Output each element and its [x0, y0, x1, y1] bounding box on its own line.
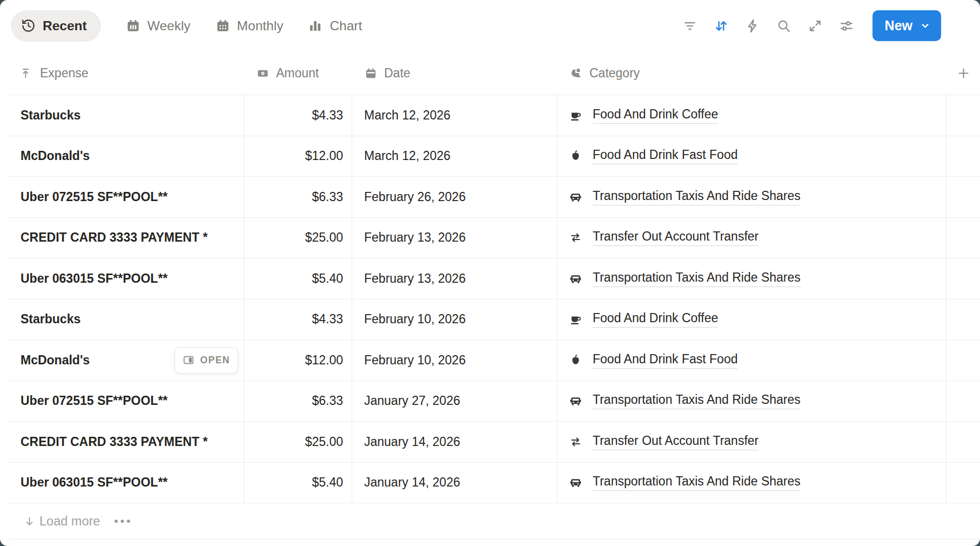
- row-trailing-space: [947, 463, 980, 503]
- calendar-icon: [365, 67, 377, 79]
- category-cell[interactable]: Transportation Taxis And Ride Shares: [558, 258, 947, 299]
- expand-icon[interactable]: [808, 18, 823, 34]
- chevron-down-icon[interactable]: [919, 20, 931, 31]
- expense-cell[interactable]: Starbucks: [8, 95, 244, 136]
- amount-cell[interactable]: $5.40: [244, 463, 352, 503]
- table-row[interactable]: Uber 072515 SF**POOL**$6.33January 27, 2…: [8, 381, 980, 422]
- category-cell[interactable]: Transfer Out Account Transfer: [558, 422, 947, 462]
- amount-value: $5.40: [312, 271, 343, 286]
- more-options-button[interactable]: •••: [114, 515, 132, 528]
- expense-cell[interactable]: Uber 063015 SF**POOL**: [8, 463, 244, 503]
- table-row[interactable]: Uber 063015 SF**POOL**$5.40January 14, 2…: [8, 462, 980, 503]
- column-header-date[interactable]: Date: [352, 66, 558, 81]
- expense-cell[interactable]: Starbucks: [8, 299, 244, 340]
- category-link[interactable]: Transfer Out Account Transfer: [593, 229, 759, 246]
- category-link[interactable]: Food And Drink Fast Food: [593, 352, 737, 369]
- date-value: January 27, 2026: [364, 394, 460, 408]
- date-value: March 12, 2026: [364, 149, 451, 163]
- category-cell[interactable]: Food And Drink Fast Food: [558, 136, 947, 177]
- date-cell[interactable]: January 14, 2026: [352, 422, 558, 462]
- expense-cell[interactable]: McDonald's: [8, 136, 244, 177]
- expense-cell[interactable]: CREDIT CARD 3333 PAYMENT *: [8, 218, 244, 258]
- filter-icon[interactable]: [682, 18, 697, 34]
- category-cell[interactable]: Transfer Out Account Transfer: [558, 218, 947, 258]
- expense-cell[interactable]: Uber 072515 SF**POOL**: [8, 177, 244, 217]
- category-link[interactable]: Transportation Taxis And Ride Shares: [593, 189, 801, 205]
- date-cell[interactable]: March 12, 2026: [352, 136, 558, 177]
- expense-name: Uber 063015 SF**POOL**: [21, 271, 167, 286]
- new-button[interactable]: New: [872, 10, 941, 41]
- amount-cell[interactable]: $12.00: [244, 340, 352, 381]
- table-row[interactable]: CREDIT CARD 3333 PAYMENT *$25.00January …: [8, 421, 980, 462]
- lightning-icon[interactable]: [745, 18, 760, 34]
- column-header-expense[interactable]: Expense: [8, 66, 244, 81]
- amount-cell[interactable]: $12.00: [244, 136, 352, 177]
- category-cell[interactable]: Transportation Taxis And Ride Shares: [558, 177, 947, 217]
- sliders-icon[interactable]: [839, 18, 854, 34]
- table-row[interactable]: Uber 063015 SF**POOL**$5.40February 13, …: [8, 258, 980, 299]
- category-cell[interactable]: Transportation Taxis And Ride Shares: [558, 463, 947, 503]
- open-row-button[interactable]: OPEN: [174, 347, 238, 374]
- category-link[interactable]: Transfer Out Account Transfer: [593, 434, 759, 450]
- car-icon: [569, 272, 582, 285]
- date-cell[interactable]: February 26, 2026: [352, 177, 558, 217]
- table-row[interactable]: Starbucks$4.33February 10, 2026Food And …: [8, 299, 980, 340]
- expense-cell[interactable]: Uber 063015 SF**POOL**: [8, 258, 244, 299]
- column-header-category[interactable]: Category: [558, 66, 947, 81]
- history-icon: [21, 18, 36, 33]
- tab-monthly[interactable]: Monthly: [216, 18, 284, 34]
- amount-value: $4.33: [312, 312, 343, 327]
- add-column-button[interactable]: [956, 66, 971, 81]
- category-cell[interactable]: Food And Drink Coffee: [558, 95, 947, 136]
- amount-value: $4.33: [312, 108, 343, 123]
- amount-cell[interactable]: $4.33: [244, 95, 352, 136]
- amount-cell[interactable]: $6.33: [244, 381, 352, 422]
- date-cell[interactable]: January 27, 2026: [352, 381, 558, 422]
- date-cell[interactable]: March 12, 2026: [352, 95, 558, 136]
- date-cell[interactable]: February 13, 2026: [352, 258, 558, 299]
- amount-value: $12.00: [305, 353, 343, 368]
- load-more-button[interactable]: Load more: [23, 514, 100, 529]
- table-row[interactable]: Uber 072515 SF**POOL**$6.33February 26, …: [8, 176, 980, 217]
- category-link[interactable]: Transportation Taxis And Ride Shares: [593, 270, 801, 287]
- amount-value: $25.00: [305, 435, 343, 449]
- amount-cell[interactable]: $25.00: [244, 422, 352, 462]
- tab-recent[interactable]: Recent: [11, 10, 101, 42]
- amount-cell[interactable]: $6.33: [244, 177, 352, 217]
- amount-cell[interactable]: $25.00: [244, 218, 352, 258]
- date-value: February 13, 2026: [364, 230, 466, 245]
- sort-icon[interactable]: [714, 18, 729, 34]
- expense-name: CREDIT CARD 3333 PAYMENT *: [21, 230, 207, 245]
- column-header-label: Expense: [40, 66, 89, 81]
- category-cell[interactable]: Transportation Taxis And Ride Shares: [558, 381, 947, 422]
- date-cell[interactable]: February 10, 2026: [352, 299, 558, 340]
- category-link[interactable]: Transportation Taxis And Ride Shares: [593, 392, 801, 409]
- date-cell[interactable]: February 13, 2026: [352, 218, 558, 258]
- expense-cell[interactable]: Uber 072515 SF**POOL**: [8, 381, 244, 422]
- table-row[interactable]: McDonald's$12.00March 12, 2026Food And D…: [8, 136, 980, 177]
- tab-weekly[interactable]: Weekly: [126, 18, 191, 34]
- table-row[interactable]: McDonald'sOPEN$12.00February 10, 2026Foo…: [8, 339, 980, 381]
- expense-name: Starbucks: [21, 108, 80, 123]
- date-cell[interactable]: January 14, 2026: [352, 463, 558, 503]
- search-icon[interactable]: [776, 18, 791, 34]
- table-row[interactable]: CREDIT CARD 3333 PAYMENT *$25.00February…: [8, 217, 980, 258]
- date-cell[interactable]: February 10, 2026: [352, 340, 558, 381]
- date-value: March 12, 2026: [364, 108, 451, 123]
- amount-cell[interactable]: $4.33: [244, 299, 352, 340]
- expense-cell[interactable]: CREDIT CARD 3333 PAYMENT *: [8, 422, 244, 462]
- row-trailing-space: [947, 177, 980, 217]
- expense-name: Starbucks: [21, 312, 80, 327]
- amount-value: $6.33: [312, 190, 343, 204]
- column-header-amount[interactable]: Amount: [244, 66, 352, 81]
- category-cell[interactable]: Food And Drink Coffee: [558, 299, 947, 340]
- category-cell[interactable]: Food And Drink Fast Food: [558, 340, 947, 381]
- expense-cell[interactable]: McDonald'sOPEN: [8, 340, 244, 381]
- category-link[interactable]: Food And Drink Fast Food: [593, 148, 737, 164]
- category-link[interactable]: Food And Drink Coffee: [593, 107, 718, 124]
- amount-cell[interactable]: $5.40: [244, 258, 352, 299]
- category-link[interactable]: Transportation Taxis And Ride Shares: [593, 474, 801, 491]
- table-row[interactable]: Starbucks$4.33March 12, 2026Food And Dri…: [8, 95, 980, 136]
- tab-chart[interactable]: Chart: [308, 18, 362, 34]
- category-link[interactable]: Food And Drink Coffee: [593, 311, 718, 328]
